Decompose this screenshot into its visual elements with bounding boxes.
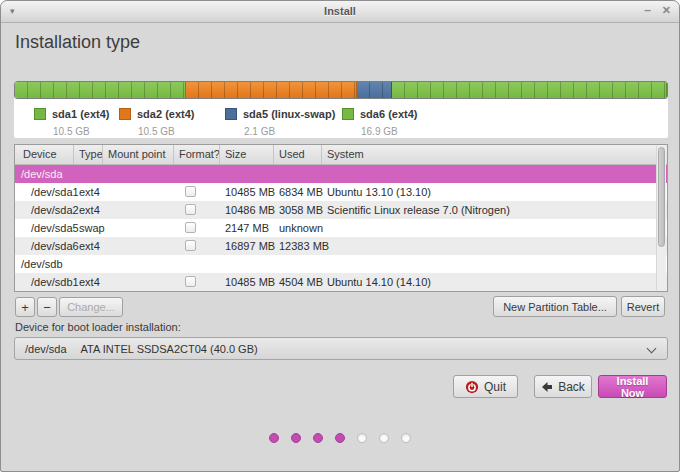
- type-cell: swap: [79, 219, 105, 237]
- column-header-type[interactable]: Type: [74, 145, 103, 164]
- back-arrow-icon: [541, 381, 553, 393]
- type-cell: ext4: [79, 183, 100, 201]
- table-row-sda6[interactable]: /dev/sda6 ext4 16897 MB 12383 MB: [15, 237, 667, 255]
- quit-button[interactable]: Quit: [453, 375, 518, 398]
- format-checkbox[interactable]: [185, 186, 196, 197]
- format-checkbox[interactable]: [185, 276, 196, 287]
- selected-device: /dev/sda: [25, 343, 67, 355]
- scrollbar-thumb[interactable]: [658, 147, 665, 247]
- titlebar: ▾ Install – ✕: [1, 1, 679, 23]
- remove-partition-button[interactable]: −: [37, 297, 57, 317]
- progress-dot: [313, 433, 323, 443]
- back-label: Back: [558, 380, 585, 394]
- system-cell: Ubuntu 14.10 (14.10): [327, 273, 431, 291]
- format-checkbox[interactable]: [185, 222, 196, 233]
- change-partition-button[interactable]: Change...: [59, 297, 123, 317]
- window-title: Install: [1, 5, 679, 17]
- power-icon: [465, 380, 479, 394]
- type-cell: ext4: [79, 273, 100, 291]
- selected-device-description: ATA INTEL SSDSA2CT04 (40.0 GB): [81, 343, 258, 355]
- bootloader-device-select[interactable]: /dev/sda ATA INTEL SSDSA2CT04 (40.0 GB): [14, 337, 668, 360]
- device-cell: /dev/sda: [21, 165, 63, 183]
- progress-dot: [291, 433, 301, 443]
- legend-swatch-green: [342, 108, 354, 120]
- table-row-sda2[interactable]: /dev/sda2 ext4 10486 MB 3058 MB Scientif…: [15, 201, 667, 219]
- system-cell: Scientific Linux release 7.0 (Nitrogen): [327, 201, 510, 219]
- format-checkbox[interactable]: [185, 240, 196, 251]
- table-row-sdb1[interactable]: /dev/sdb1 ext4 10485 MB 4504 MB Ubuntu 1…: [15, 273, 667, 291]
- table-row-partial[interactable]: [15, 291, 667, 292]
- legend-size: 10.5 GB: [53, 126, 109, 137]
- install-now-button[interactable]: Install Now: [598, 375, 667, 398]
- format-checkbox[interactable]: [185, 204, 196, 215]
- table-row-sda[interactable]: /dev/sda: [15, 165, 667, 183]
- partition-table: Device Type Mount point Format? Size Use…: [14, 144, 668, 292]
- add-partition-button[interactable]: +: [15, 297, 35, 317]
- device-cell: /dev/sda5: [31, 219, 79, 237]
- revert-button[interactable]: Revert: [621, 296, 665, 317]
- legend-swatch-orange: [119, 108, 131, 120]
- column-header-system[interactable]: System: [322, 145, 667, 164]
- size-cell: 10485 MB: [225, 273, 275, 291]
- partition-bar: [14, 81, 668, 99]
- progress-dot: [379, 433, 389, 443]
- table-row-sdb[interactable]: /dev/sdb: [15, 255, 667, 273]
- page-title: Installation type: [15, 32, 140, 53]
- progress-dot: [401, 433, 411, 443]
- partition-bar-segment-sda5: [357, 82, 391, 98]
- table-header: Device Type Mount point Format? Size Use…: [15, 145, 667, 165]
- device-cell: /dev/sda2: [31, 201, 79, 219]
- legend-label: sda2 (ext4): [137, 108, 194, 120]
- partition-bar-segment-sda1: [15, 82, 186, 98]
- legend-label: sda6 (ext4): [360, 108, 417, 120]
- table-scrollbar[interactable]: [656, 146, 666, 290]
- size-cell: 10486 MB: [225, 201, 275, 219]
- close-icon[interactable]: ✕: [662, 4, 671, 17]
- quit-label: Quit: [484, 380, 506, 394]
- progress-dots: [1, 433, 679, 443]
- device-cell: /dev/sdb1: [31, 273, 79, 291]
- used-cell: unknown: [279, 219, 323, 237]
- device-cell: /dev/sda6: [31, 237, 79, 255]
- legend-item-sda6: sda6 (ext4) 16.9 GB: [342, 104, 417, 137]
- progress-dot: [335, 433, 345, 443]
- legend-item-sda5: sda5 (linux-swap) 2.1 GB: [225, 104, 335, 137]
- legend-size: 10.5 GB: [138, 126, 194, 137]
- legend-item-sda2: sda2 (ext4) 10.5 GB: [119, 104, 194, 137]
- type-cell: ext4: [79, 237, 100, 255]
- size-cell: 16897 MB: [225, 237, 275, 255]
- install-now-label: Install Now: [605, 375, 660, 399]
- legend-item-sda1: sda1 (ext4) 10.5 GB: [34, 104, 109, 137]
- back-button[interactable]: Back: [534, 375, 592, 398]
- chevron-down-icon: [647, 344, 657, 354]
- install-window: ▾ Install – ✕ Installation type sda1 (ex…: [0, 0, 680, 472]
- legend-swatch-green: [34, 108, 46, 120]
- legend-size: 16.9 GB: [361, 126, 417, 137]
- device-cell: /dev/sdb: [21, 255, 63, 273]
- column-header-format[interactable]: Format?: [174, 145, 220, 164]
- device-cell: /dev/sda1: [31, 183, 79, 201]
- bootloader-label: Device for boot loader installation:: [15, 321, 181, 333]
- progress-dot: [357, 433, 367, 443]
- used-cell: 3058 MB: [279, 201, 323, 219]
- column-header-device[interactable]: Device: [15, 145, 74, 164]
- legend-swatch-blue: [225, 108, 237, 120]
- legend-label: sda1 (ext4): [52, 108, 109, 120]
- used-cell: 6834 MB: [279, 183, 323, 201]
- system-cell: Ubuntu 13.10 (13.10): [327, 183, 431, 201]
- used-cell: 12383 MB: [279, 237, 329, 255]
- table-row-sda1[interactable]: /dev/sda1 ext4 10485 MB 6834 MB Ubuntu 1…: [15, 183, 667, 201]
- used-cell: 4504 MB: [279, 273, 323, 291]
- new-partition-table-button[interactable]: New Partition Table...: [493, 296, 617, 317]
- disk-overview-panel: sda1 (ext4) 10.5 GB sda2 (ext4) 10.5 GB …: [14, 81, 668, 138]
- legend-size: 2.1 GB: [244, 126, 335, 137]
- column-header-mount-point[interactable]: Mount point: [103, 145, 174, 164]
- progress-dot: [269, 433, 279, 443]
- type-cell: ext4: [79, 201, 100, 219]
- column-header-used[interactable]: Used: [274, 145, 322, 164]
- column-header-size[interactable]: Size: [220, 145, 274, 164]
- size-cell: 10485 MB: [225, 183, 275, 201]
- table-row-sda5[interactable]: /dev/sda5 swap 2147 MB unknown: [15, 219, 667, 237]
- legend-label: sda5 (linux-swap): [243, 108, 335, 120]
- minimize-icon[interactable]: –: [644, 3, 651, 17]
